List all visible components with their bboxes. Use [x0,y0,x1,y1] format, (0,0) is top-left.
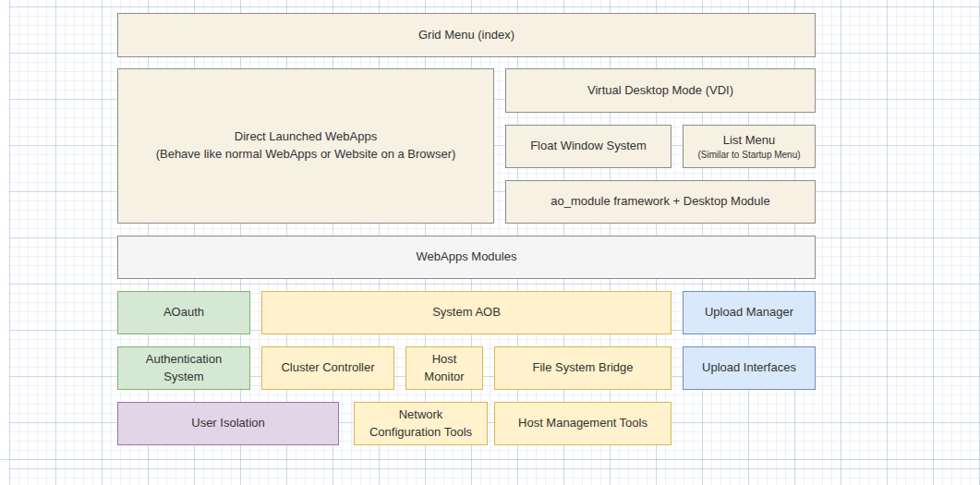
box-authentication-system-label: Authentication System [146,351,222,386]
box-host-management-tools-label: Host Management Tools [518,415,647,432]
box-grid-menu: Grid Menu (index) [117,13,816,57]
box-direct-launched-webapps-label: Direct Launched WebApps (Behave like nor… [156,128,456,164]
box-host-monitor: Host Monitor [405,346,483,390]
box-upload-interfaces-label: Upload Interfaces [702,359,796,377]
box-grid-menu-label: Grid Menu (index) [418,27,514,44]
box-upload-interfaces: Upload Interfaces [683,346,816,390]
box-file-system-bridge-label: File System Bridge [532,359,633,377]
box-aoauth: AOauth [117,291,250,334]
box-float-window-system-label: Float Window System [530,138,647,155]
box-network-configuration-tools-label: Network Configuration Tools [369,406,472,442]
box-ao-module-framework: ao_module framework + Desktop Module [505,180,816,224]
box-cluster-controller: Cluster Controller [261,346,394,390]
box-list-menu-label: List Menu [723,132,775,150]
box-virtual-desktop-mode: Virtual Desktop Mode (VDI) [505,68,816,113]
box-authentication-system: Authentication System [117,346,250,390]
page-edge-line [0,459,980,460]
box-host-monitor-label: Host Monitor [424,351,464,386]
canvas-left-margin [0,0,9,485]
box-float-window-system: Float Window System [505,125,671,168]
box-aoauth-label: AOauth [163,304,204,321]
box-upload-manager-label: Upload Manager [705,304,793,321]
box-webapps-modules-label: WebApps Modules [417,249,517,266]
diagram-canvas: Grid Menu (index) Direct Launched WebApp… [0,0,980,485]
box-direct-launched-webapps: Direct Launched WebApps (Behave like nor… [117,68,494,224]
box-upload-manager: Upload Manager [683,291,816,334]
box-file-system-bridge: File System Bridge [494,346,671,390]
box-list-menu-sublabel: (Similar to Startup Menu) [697,149,800,161]
box-system-aob: System AOB [261,291,671,334]
box-system-aob-label: System AOB [432,304,501,321]
box-webapps-modules: WebApps Modules [117,236,816,279]
box-list-menu: List Menu (Similar to Startup Menu) [683,125,816,168]
box-cluster-controller-label: Cluster Controller [281,359,374,377]
box-host-management-tools: Host Management Tools [494,402,671,445]
box-user-isolation: User Isolation [117,402,339,445]
box-user-isolation-label: User Isolation [191,415,264,432]
box-network-configuration-tools: Network Configuration Tools [354,402,488,445]
box-ao-module-framework-label: ao_module framework + Desktop Module [550,193,769,211]
box-virtual-desktop-mode-label: Virtual Desktop Mode (VDI) [587,82,733,100]
